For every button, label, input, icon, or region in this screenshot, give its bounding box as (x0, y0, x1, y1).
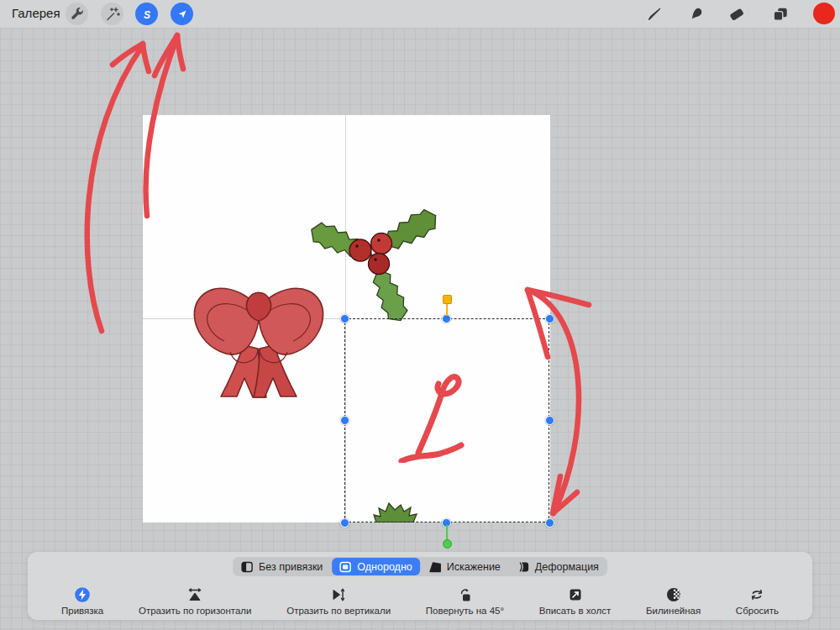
uniform-mode-icon (339, 561, 351, 573)
mode-label: Однородно (357, 561, 412, 573)
holly-sprig-drawing (305, 208, 444, 328)
selection-handle-middle-right[interactable] (545, 416, 554, 425)
hand-drawn-numeral-1 (391, 366, 471, 463)
action-label: Отразить по вертикали (286, 606, 391, 616)
mode-uniform[interactable]: Однородно (332, 558, 419, 575)
action-label: Билинейная (646, 606, 701, 616)
gallery-button[interactable]: Галерея (12, 6, 60, 20)
selection-tool-button[interactable]: S (135, 3, 158, 25)
actions-button[interactable] (66, 3, 88, 25)
selection-handle-bottom-right[interactable] (545, 518, 554, 528)
flip-horizontal-icon (186, 586, 203, 603)
brush-icon (645, 5, 664, 24)
canvas-workspace[interactable] (0, 28, 840, 630)
adjustments-button[interactable] (101, 3, 123, 25)
adjust-node-yellow[interactable] (443, 295, 452, 304)
transform-selection-box[interactable] (344, 318, 549, 522)
action-label: Вписать в холст (539, 606, 611, 616)
reset-button[interactable]: Сбросить (736, 586, 779, 616)
smudge-finger-icon (687, 5, 706, 24)
fit-to-canvas-icon (567, 586, 584, 603)
selection-handle-bottom-left[interactable] (340, 518, 349, 528)
snapping-button[interactable]: Привязка (61, 586, 103, 616)
magic-wand-icon (104, 6, 121, 23)
transform-actions-row: Привязка Отразить по горизонтали Отразит (61, 586, 779, 616)
action-label: Повернуть на 45° (426, 606, 504, 616)
top-toolbar: Галерея S (0, 0, 840, 29)
warp-mode-icon (517, 561, 529, 573)
flip-vertical-icon (330, 586, 347, 603)
selection-handle-middle-left[interactable] (340, 416, 349, 425)
mode-label: Без привязки (259, 561, 323, 573)
layers-button[interactable] (769, 3, 790, 24)
rotate-45-icon (456, 586, 473, 603)
mode-freeform[interactable]: Без привязки (234, 558, 330, 575)
mode-distort[interactable]: Искажение (422, 558, 508, 575)
freeform-mode-icon (241, 561, 253, 573)
action-label: Привязка (61, 606, 103, 616)
layers-icon (771, 5, 790, 24)
rotate-45-button[interactable]: Повернуть на 45° (426, 586, 504, 616)
action-label: Сбросить (736, 606, 779, 616)
selection-handle-top-left[interactable] (340, 314, 349, 323)
bilinear-icon (665, 586, 682, 603)
erase-tool-button[interactable] (726, 3, 747, 24)
flip-horizontal-button[interactable]: Отразить по горизонтали (139, 586, 252, 616)
mode-label: Искажение (447, 561, 501, 573)
transform-options-panel: Без привязки Однородно Искажение Деформа… (28, 552, 812, 620)
transform-tool-button[interactable] (171, 3, 193, 25)
paint-tool-button[interactable] (643, 3, 664, 24)
flip-vertical-button[interactable]: Отразить по вертикали (286, 586, 391, 616)
fit-to-canvas-button[interactable]: Вписать в холст (539, 586, 611, 616)
transform-mode-segmented-control: Без привязки Однородно Искажение Деформа… (233, 557, 607, 576)
eraser-icon (727, 5, 746, 24)
mode-warp[interactable]: Деформация (510, 558, 606, 575)
selection-s-icon: S (139, 6, 155, 23)
mode-label: Деформация (535, 561, 599, 573)
transform-arrow-icon (174, 6, 191, 23)
bilinear-interpolation-button[interactable]: Билинейная (646, 586, 701, 616)
smudge-tool-button[interactable] (685, 3, 706, 24)
snapping-bolt-icon (74, 586, 91, 603)
color-swatch-button[interactable] (813, 3, 835, 24)
wrench-icon (69, 6, 86, 23)
selection-handle-top-right[interactable] (545, 314, 554, 323)
rotate-node-green[interactable] (443, 539, 452, 549)
action-label: Отразить по горизонтали (139, 606, 252, 616)
svg-text:S: S (143, 8, 150, 20)
reset-cycle-icon (748, 586, 765, 603)
distort-mode-icon (429, 561, 441, 573)
